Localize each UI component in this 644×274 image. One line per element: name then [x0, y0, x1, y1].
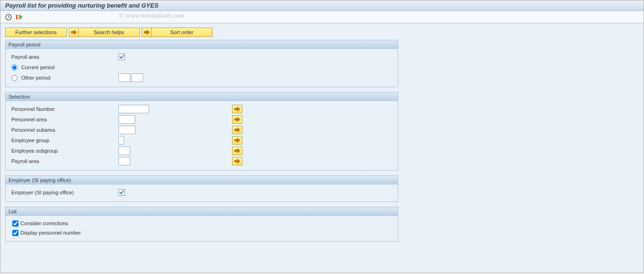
svg-marker-9	[234, 107, 240, 111]
app-frame: Payroll list for providing nurturing ben…	[0, 0, 644, 273]
svg-rect-4	[18, 15, 19, 19]
search-helps-button[interactable]: Search helps	[78, 27, 140, 37]
variant-icon[interactable]	[15, 13, 23, 21]
selection-row: Payroll area	[9, 156, 394, 166]
group-legend: Selection	[6, 92, 398, 101]
arrow-icon	[142, 27, 151, 37]
consider-corrections-label: Consider corrections	[20, 220, 68, 226]
selection-row: Employee group	[9, 135, 394, 146]
multiple-selection-button[interactable]	[232, 115, 242, 124]
other-period-field-1[interactable]	[118, 73, 130, 82]
multiple-selection-button[interactable]	[232, 126, 242, 134]
svg-marker-14	[234, 159, 240, 164]
svg-marker-11	[234, 128, 240, 132]
group-list: List Consider corrections Display person…	[5, 207, 398, 242]
field-label: Personnel Number	[9, 106, 118, 112]
other-period-field-2[interactable]	[131, 73, 143, 82]
display-pernr-label: Display personnel number	[20, 230, 81, 236]
selection-input[interactable]	[118, 146, 130, 155]
svg-marker-10	[234, 117, 240, 122]
group-employer: Employer (SI paying office) Employer (SI…	[5, 175, 398, 202]
svg-marker-13	[234, 148, 240, 153]
multiple-selection-button[interactable]	[232, 146, 242, 155]
page-title: Payroll list for providing nurturing ben…	[5, 2, 159, 9]
multiple-selection-button[interactable]	[232, 157, 242, 165]
employer-label: Employer (SI paying office)	[9, 190, 118, 195]
field-label: Payroll area	[9, 158, 118, 164]
svg-marker-12	[234, 138, 240, 143]
display-pernr-checkbox[interactable]	[12, 230, 18, 236]
sort-order-button[interactable]: Sort order	[151, 27, 213, 37]
field-label: Employee group	[9, 137, 118, 143]
svg-rect-5	[19, 15, 21, 19]
svg-rect-3	[16, 15, 18, 19]
field-label: Employee subgroup	[9, 148, 118, 154]
title-bar: Payroll list for providing nurturing ben…	[0, 0, 644, 11]
consider-corrections-checkbox[interactable]	[12, 220, 18, 227]
selection-row: Personnel subarea	[9, 125, 394, 135]
field-label: Personnel subarea	[9, 127, 118, 133]
field-label: Personnel area	[9, 117, 118, 122]
svg-line-2	[9, 17, 10, 18]
current-period-input[interactable]	[11, 64, 18, 71]
group-legend: Employer (SI paying office)	[6, 176, 398, 184]
execute-icon[interactable]	[4, 13, 13, 21]
current-period-radio[interactable]: Current period	[9, 64, 54, 71]
other-period-label: Other period	[21, 75, 50, 81]
group-payroll-period: Payroll period Payroll area Current peri…	[5, 40, 398, 87]
arrow-icon	[69, 27, 78, 37]
selection-input[interactable]	[118, 126, 135, 134]
group-selection: Selection Personnel NumberPersonnel area…	[5, 92, 398, 171]
function-bar: Further selections Search helps Sort ord…	[3, 27, 641, 40]
content-area: Further selections Search helps Sort ord…	[0, 23, 644, 273]
selection-input[interactable]	[118, 115, 135, 124]
payroll-area-label: Payroll area	[9, 54, 118, 60]
selection-input[interactable]	[118, 136, 124, 145]
multiple-selection-button[interactable]	[232, 136, 242, 145]
app-toolbar: © www.tutorialkart.com	[0, 11, 644, 23]
other-period-radio[interactable]: Other period	[9, 75, 118, 81]
selection-input[interactable]	[118, 157, 130, 165]
watermark-text: © www.tutorialkart.com	[119, 12, 184, 19]
matchcode-icon[interactable]	[118, 189, 125, 196]
multiple-selection-button[interactable]	[232, 105, 242, 113]
matchcode-icon[interactable]	[118, 54, 125, 60]
further-selections-button[interactable]: Further selections	[5, 27, 67, 37]
other-period-input[interactable]	[11, 75, 18, 81]
selection-row: Personnel area	[9, 114, 394, 125]
svg-marker-8	[144, 30, 150, 35]
group-legend: Payroll period	[6, 40, 398, 49]
group-legend: List	[6, 207, 398, 216]
selection-row: Personnel Number	[9, 104, 394, 114]
svg-marker-7	[71, 30, 77, 35]
svg-marker-6	[21, 16, 22, 18]
selection-input[interactable]	[118, 105, 149, 113]
selection-row: Employee subgroup	[9, 146, 394, 156]
current-period-label: Current period	[21, 64, 54, 70]
